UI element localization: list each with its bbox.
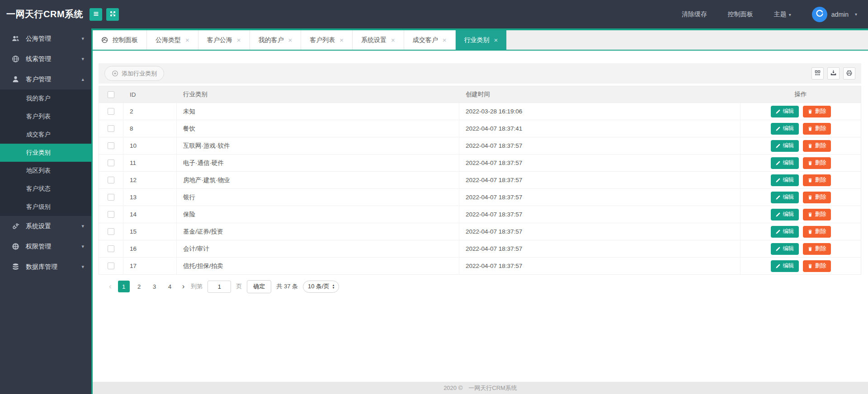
edit-button[interactable]: 编辑 <box>771 243 799 255</box>
globe-icon <box>12 55 19 63</box>
sidebar-item[interactable]: 客户管理▴ <box>0 69 91 89</box>
row-checkbox[interactable] <box>108 159 114 166</box>
sidebar-item[interactable]: 公海管理▾ <box>0 28 91 49</box>
delete-label: 删除 <box>815 193 826 201</box>
collapse-sidebar-button[interactable] <box>90 8 102 21</box>
sidebar-item[interactable]: 数据库管理▾ <box>0 257 91 277</box>
delete-button[interactable]: 删除 <box>803 140 831 152</box>
page-number[interactable]: 2 <box>133 281 145 292</box>
sidebar-subitem[interactable]: 客户列表 <box>0 108 91 126</box>
cell-actions: 编辑删除 <box>741 172 861 188</box>
username: admin <box>831 11 849 18</box>
tab[interactable]: 系统设置× <box>353 30 404 50</box>
tab[interactable]: 客户公海× <box>198 30 250 50</box>
page-number-active[interactable]: 1 <box>118 281 130 292</box>
edit-button[interactable]: 编辑 <box>771 140 799 152</box>
row-checkbox[interactable] <box>108 108 114 115</box>
close-icon[interactable]: × <box>494 37 498 43</box>
row-checkbox[interactable] <box>108 142 114 149</box>
delete-button[interactable]: 删除 <box>803 174 831 186</box>
row-checkbox[interactable] <box>108 177 114 183</box>
close-icon[interactable]: × <box>185 37 189 43</box>
sidebar-item[interactable]: 线索管理▾ <box>0 49 91 69</box>
edit-label: 编辑 <box>783 142 794 150</box>
cell-actions: 编辑删除 <box>741 189 861 206</box>
tab[interactable]: 我的客户× <box>250 30 302 50</box>
table-header-row: ID 行业类别 创建时间 操作 <box>99 86 861 103</box>
tab-active[interactable]: 行业类别× <box>456 30 507 50</box>
cell-category: 会计/审计 <box>177 240 459 257</box>
page-footer: 2020 © 一网天行CRM系统 <box>93 382 868 394</box>
dashboard-icon <box>101 37 108 43</box>
sidebar-item[interactable]: 系统设置▾ <box>0 216 91 236</box>
tab[interactable]: 控制面板 <box>93 30 147 50</box>
prev-page-icon[interactable]: ‹ <box>108 282 113 291</box>
sidebar-item[interactable]: 权限管理▾ <box>0 236 91 257</box>
edit-button[interactable]: 编辑 <box>771 192 799 203</box>
row-checkbox[interactable] <box>108 263 114 269</box>
delete-button[interactable]: 删除 <box>803 243 831 255</box>
toggle-columns-button[interactable] <box>811 67 824 80</box>
sidebar-subitem[interactable]: 客户级别 <box>0 198 91 216</box>
edit-button[interactable]: 编辑 <box>771 226 799 238</box>
trash-icon <box>807 229 813 235</box>
close-icon[interactable]: × <box>443 37 447 43</box>
delete-button[interactable]: 删除 <box>803 192 831 203</box>
select-all-checkbox[interactable] <box>108 91 114 98</box>
avatar[interactable] <box>812 7 827 22</box>
edit-button[interactable]: 编辑 <box>771 157 799 169</box>
control-panel-link[interactable]: 控制面板 <box>728 10 753 19</box>
tab[interactable]: 公海类型× <box>147 30 198 50</box>
export-button[interactable] <box>827 67 840 80</box>
chevron-down-icon: ▾ <box>81 223 84 229</box>
sidebar-subitem[interactable]: 客户状态 <box>0 180 91 198</box>
delete-button[interactable]: 删除 <box>803 123 831 135</box>
pagination: ‹ 1234 › 到第 页 确定 共 37 条 10 条/页 ▴▾ <box>99 275 861 298</box>
row-checkbox[interactable] <box>108 245 114 252</box>
goto-confirm-button[interactable]: 确定 <box>247 280 271 293</box>
row-checkbox[interactable] <box>108 228 114 235</box>
goto-page-input[interactable] <box>208 281 231 293</box>
close-icon[interactable]: × <box>288 37 292 43</box>
delete-button[interactable]: 删除 <box>803 209 831 220</box>
delete-button[interactable]: 删除 <box>803 157 831 169</box>
row-checkbox[interactable] <box>108 211 114 218</box>
delete-button[interactable]: 删除 <box>803 106 831 117</box>
edit-button[interactable]: 编辑 <box>771 260 799 272</box>
print-button[interactable] <box>843 67 855 80</box>
add-category-button[interactable]: 添加行业类别 <box>104 66 164 81</box>
user-menu[interactable]: admin ▾ <box>812 7 857 22</box>
sidebar-subitem[interactable]: 地区列表 <box>0 162 91 180</box>
close-icon[interactable]: × <box>391 37 395 43</box>
clear-cache-link[interactable]: 清除缓存 <box>682 10 707 19</box>
page-number[interactable]: 3 <box>149 281 160 292</box>
tab[interactable]: 客户列表× <box>301 30 353 50</box>
close-icon[interactable]: × <box>237 37 241 43</box>
edit-button[interactable]: 编辑 <box>771 174 799 186</box>
row-checkbox[interactable] <box>108 125 114 132</box>
user-icon <box>12 75 19 83</box>
edit-button[interactable]: 编辑 <box>771 123 799 135</box>
edit-button[interactable]: 编辑 <box>771 106 799 117</box>
close-icon[interactable]: × <box>340 37 344 43</box>
edit-label: 编辑 <box>783 245 794 253</box>
row-checkbox[interactable] <box>108 194 114 201</box>
delete-button[interactable]: 删除 <box>803 260 831 272</box>
cell-id: 16 <box>123 240 177 257</box>
theme-dropdown[interactable]: 主题▾ <box>774 10 791 19</box>
pencil-icon <box>775 246 781 252</box>
app-window: 一网天行CRM系统 清除缓存 控制面板 主题▾ admin ▾ 公海管理▾线索管… <box>0 0 868 394</box>
fullscreen-button[interactable] <box>106 8 119 21</box>
page-size-select[interactable]: 10 条/页 ▴▾ <box>303 281 339 293</box>
sidebar-item-label: 客户管理 <box>26 75 51 84</box>
edit-button[interactable]: 编辑 <box>771 209 799 220</box>
next-page-icon[interactable]: › <box>181 282 186 291</box>
delete-button[interactable]: 删除 <box>803 226 831 238</box>
page-number[interactable]: 4 <box>164 281 176 292</box>
trash-icon <box>807 126 813 131</box>
tab[interactable]: 成交客户× <box>404 30 456 50</box>
sidebar-subitem[interactable]: 我的客户 <box>0 89 91 108</box>
cell-created: 2022-04-07 18:37:57 <box>459 137 741 154</box>
sidebar-subitem-active[interactable]: 行业类别 <box>0 144 91 162</box>
sidebar-subitem[interactable]: 成交客户 <box>0 126 91 144</box>
